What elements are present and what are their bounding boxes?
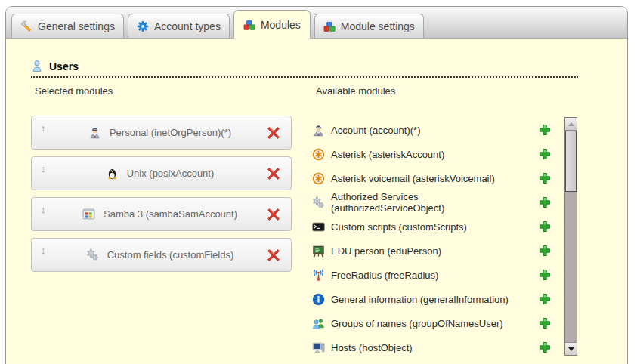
selected-modules-list: ↕ Personal (inetOrgPerson)(*) ↕ Unix (po… — [31, 116, 292, 272]
tab-general-settings[interactable]: General settings — [11, 14, 124, 39]
module-icon — [88, 126, 101, 139]
module-icon — [106, 167, 119, 180]
remove-module-button[interactable] — [267, 248, 280, 262]
modules-tab-content: Users Selected modules ↕ Personal (inetO… — [6, 60, 627, 359]
available-module-row: FreeRadius (freeRadius) — [312, 263, 551, 287]
module-label: Hosts (hostObject) — [331, 342, 533, 353]
module-label: Authorized Services (authorizedServiceOb… — [331, 191, 533, 214]
user-icon — [31, 60, 43, 72]
module-label: Asterisk voicemail (asteriskVoicemail) — [331, 173, 533, 184]
remove-module-button[interactable] — [267, 208, 280, 221]
tab-label: Module settings — [341, 20, 415, 32]
module-label: FreeRadius (freeRadius) — [331, 270, 533, 281]
tab-icon — [137, 20, 149, 32]
drag-handle-icon[interactable]: ↕ — [41, 164, 53, 174]
tab-label: Account types — [154, 20, 221, 32]
tab-modules[interactable]: Modules — [233, 10, 311, 39]
drag-handle-icon[interactable]: ↕ — [41, 123, 53, 133]
scrollbar-up-button[interactable] — [565, 118, 577, 131]
module-label: General information (generalInformation) — [331, 294, 533, 305]
module-icon — [312, 341, 325, 354]
add-module-button[interactable] — [539, 148, 551, 160]
tab-label: General settings — [38, 20, 115, 32]
selected-module-item[interactable]: ↕ Samba 3 (sambaSamAccount) — [31, 197, 292, 231]
add-module-button[interactable] — [539, 317, 551, 329]
selected-module-item[interactable]: ↕ Unix (posixAccount) — [31, 156, 292, 190]
tab-label: Modules — [261, 19, 301, 31]
add-module-button[interactable] — [539, 172, 551, 184]
section-title: Users — [49, 60, 79, 72]
add-module-button[interactable] — [539, 245, 551, 257]
module-icon — [312, 317, 325, 330]
module-icon — [312, 245, 325, 258]
scrollbar-thumb[interactable] — [565, 131, 577, 192]
module-icon — [312, 124, 325, 137]
available-modules-list: Account (account)(*) Asterisk (asteriskA… — [312, 118, 551, 359]
available-module-row: Authorized Services (authorizedServiceOb… — [312, 190, 551, 214]
module-label: Unix (posixAccount) — [127, 168, 215, 179]
available-module-row: Account (account)(*) — [312, 118, 551, 142]
remove-module-button[interactable] — [267, 126, 280, 140]
add-module-button[interactable] — [539, 221, 551, 233]
available-module-row: General information (generalInformation) — [312, 287, 551, 311]
module-icon — [312, 293, 325, 306]
available-module-row: EDU person (eduPerson) — [312, 239, 551, 263]
module-icon — [312, 172, 325, 185]
tab-bar: General settings Account types Modules M… — [6, 7, 627, 39]
remove-module-button[interactable] — [267, 167, 280, 180]
available-module-row: Groups of names (groupOfNamesUser) — [312, 311, 551, 335]
available-module-row: Hosts (hostObject) — [312, 335, 551, 359]
module-icon — [312, 221, 325, 233]
add-module-button[interactable] — [539, 293, 551, 305]
add-module-button[interactable] — [539, 341, 551, 353]
module-icon — [312, 269, 325, 282]
selected-module-item[interactable]: ↕ Custom fields (customFields) — [31, 238, 292, 272]
module-label: Samba 3 (sambaSamAccount) — [104, 208, 237, 220]
module-icon — [82, 208, 95, 221]
scroll-up-arrow-icon — [568, 122, 574, 126]
module-label: Asterisk (asteriskAccount) — [331, 149, 533, 160]
module-columns: Selected modules ↕ Personal (inetOrgPers… — [31, 85, 627, 359]
available-modules-panel: Available modules Account (account)(*) A… — [312, 85, 578, 359]
tab-icon — [20, 20, 32, 32]
scrollbar-down-button[interactable] — [565, 342, 577, 355]
tab-account-types[interactable]: Account types — [128, 14, 230, 39]
module-icon — [312, 196, 325, 209]
module-label: Custom fields (customFields) — [107, 249, 234, 261]
available-module-row: Custom scripts (customScripts) — [312, 214, 551, 239]
scrollbar-track[interactable] — [565, 131, 577, 342]
module-label: Account (account)(*) — [331, 125, 533, 136]
drag-handle-icon[interactable]: ↕ — [41, 245, 53, 255]
selected-modules-label: Selected modules — [31, 85, 292, 97]
module-icon — [86, 248, 99, 261]
module-icon — [312, 148, 325, 161]
add-module-button[interactable] — [539, 124, 551, 136]
available-modules-label: Available modules — [312, 85, 578, 97]
module-label: EDU person (eduPerson) — [331, 245, 533, 257]
module-label: Custom scripts (customScripts) — [331, 221, 533, 233]
tab-icon — [323, 20, 336, 32]
users-section-header: Users — [31, 60, 578, 78]
add-module-button[interactable] — [539, 269, 551, 281]
drag-handle-icon[interactable]: ↕ — [41, 205, 53, 214]
scroll-down-arrow-icon — [568, 347, 574, 351]
selected-module-item[interactable]: ↕ Personal (inetOrgPerson)(*) — [31, 116, 292, 150]
available-module-row: Asterisk (asteriskAccount) — [312, 142, 551, 166]
module-label: Personal (inetOrgPerson)(*) — [110, 127, 231, 138]
add-module-button[interactable] — [539, 196, 551, 208]
available-module-row: Asterisk voicemail (asteriskVoicemail) — [312, 166, 551, 190]
scrollbar[interactable] — [564, 117, 577, 356]
module-label: Groups of names (groupOfNamesUser) — [331, 318, 533, 329]
profile-editor-window: General settings Account types Modules M… — [5, 6, 628, 364]
tab-icon — [243, 19, 255, 31]
selected-modules-panel: Selected modules ↕ Personal (inetOrgPers… — [31, 85, 292, 359]
tab-module-settings[interactable]: Module settings — [314, 14, 424, 39]
